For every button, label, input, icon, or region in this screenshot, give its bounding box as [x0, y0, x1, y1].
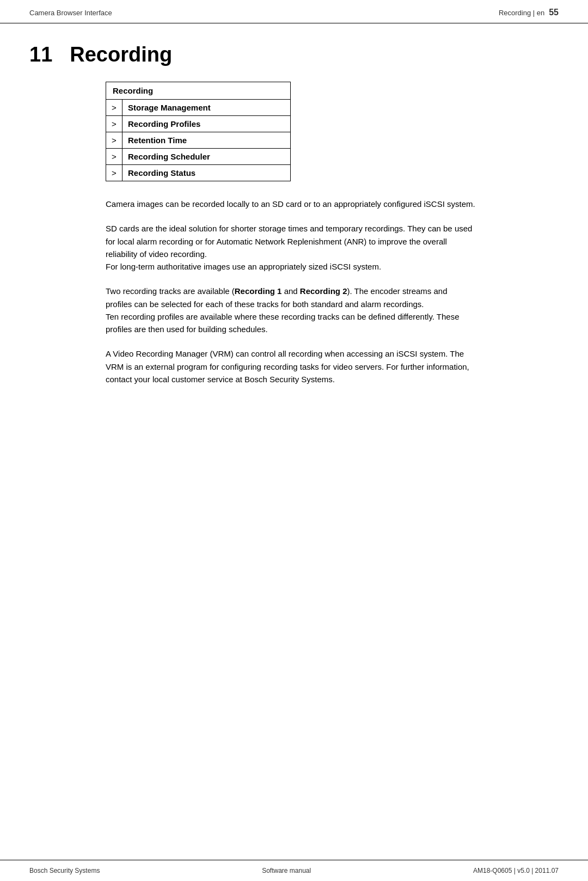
paragraph-2: SD cards are the ideal solution for shor… — [106, 222, 476, 273]
page-number: 55 — [549, 8, 559, 17]
chapter-number: 11 — [29, 43, 52, 66]
table-row: > Recording Scheduler — [106, 149, 291, 165]
recording-scheduler-link[interactable]: Recording Scheduler — [122, 149, 291, 165]
bold-recording-2: Recording 2 — [300, 286, 347, 296]
arrow-cell-2: > — [106, 116, 122, 132]
paragraph-3: Two recording tracks are available (Reco… — [106, 285, 476, 335]
header-right-text: Recording | en — [499, 9, 544, 17]
header-left-text: Camera Browser Interface — [29, 9, 112, 17]
recording-profiles-link[interactable]: Recording Profiles — [122, 116, 291, 132]
arrow-cell-1: > — [106, 100, 122, 116]
chapter-title: Recording — [70, 43, 172, 66]
header-right-area: Recording | en 55 — [499, 8, 559, 17]
page-footer: Bosch Security Systems Software manual A… — [0, 860, 588, 881]
main-content: 11 Recording Recording > Storage Managem… — [0, 23, 588, 430]
retention-time-link[interactable]: Retention Time — [122, 132, 291, 149]
arrow-cell-4: > — [106, 149, 122, 165]
table-row: > Storage Management — [106, 100, 291, 116]
arrow-cell-3: > — [106, 132, 122, 149]
footer-right: AM18-Q0605 | v5.0 | 2011.07 — [473, 867, 559, 874]
storage-management-link[interactable]: Storage Management — [122, 100, 291, 116]
page-header: Camera Browser Interface Recording | en … — [0, 0, 588, 23]
table-header-cell: Recording — [106, 82, 291, 100]
bold-recording-1: Recording 1 — [235, 286, 282, 296]
arrow-cell-5: > — [106, 165, 122, 181]
table-header-row: Recording — [106, 82, 291, 100]
chapter-heading: 11 Recording — [29, 43, 559, 66]
table-row: > Retention Time — [106, 132, 291, 149]
paragraph-1: Camera images can be recorded locally to… — [106, 198, 476, 210]
body-text: Camera images can be recorded locally to… — [106, 198, 476, 386]
table-row: > Recording Status — [106, 165, 291, 181]
recording-status-link[interactable]: Recording Status — [122, 165, 291, 181]
footer-center: Software manual — [262, 867, 311, 874]
table-row: > Recording Profiles — [106, 116, 291, 132]
paragraph-4: A Video Recording Manager (VRM) can cont… — [106, 347, 476, 386]
nav-table: Recording > Storage Management > Recordi… — [106, 82, 291, 181]
footer-left: Bosch Security Systems — [29, 867, 100, 874]
